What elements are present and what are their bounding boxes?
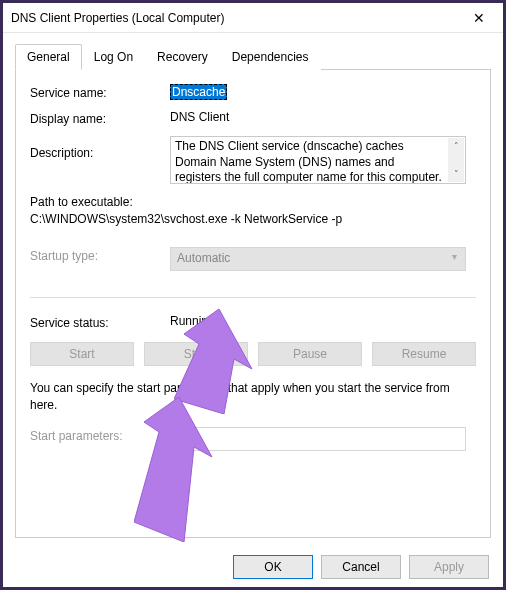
start-params-help: You can specify the start parameters tha…: [30, 380, 476, 414]
start-params-label: Start parameters:: [30, 427, 170, 443]
window-title: DNS Client Properties (Local Computer): [11, 11, 224, 25]
service-status-value: Running: [170, 314, 215, 328]
description-label: Description:: [30, 136, 170, 160]
service-name-label: Service name:: [30, 84, 170, 100]
display-name-label: Display name:: [30, 110, 170, 126]
titlebar: DNS Client Properties (Local Computer) ✕: [3, 3, 503, 33]
tab-panel-general: Service name: Dnscache Display name: DNS…: [15, 70, 491, 538]
start-button: Start: [30, 342, 134, 366]
description-text: The DNS Client service (dnscache) caches…: [175, 139, 461, 184]
path-value: C:\WINDOWS\system32\svchost.exe -k Netwo…: [30, 211, 476, 228]
tab-recovery[interactable]: Recovery: [145, 44, 220, 70]
tab-log-on[interactable]: Log On: [82, 44, 145, 70]
dialog-content: General Log On Recovery Dependencies Ser…: [3, 33, 503, 540]
ok-button[interactable]: OK: [233, 555, 313, 579]
startup-type-label: Startup type:: [30, 247, 170, 263]
service-name-value[interactable]: Dnscache: [170, 84, 227, 100]
stop-button: Stop: [144, 342, 248, 366]
start-params-input: [170, 427, 466, 451]
close-icon[interactable]: ✕: [463, 6, 495, 30]
description-scrollbar[interactable]: ˄ ˅: [448, 138, 464, 182]
startup-type-value: Automatic: [177, 251, 230, 265]
scroll-down-icon[interactable]: ˅: [448, 166, 464, 182]
apply-button: Apply: [409, 555, 489, 579]
description-textbox[interactable]: The DNS Client service (dnscache) caches…: [170, 136, 466, 184]
startup-type-dropdown: Automatic: [170, 247, 466, 271]
tab-dependencies[interactable]: Dependencies: [220, 44, 321, 70]
cancel-button[interactable]: Cancel: [321, 555, 401, 579]
separator: [30, 297, 476, 298]
pause-button: Pause: [258, 342, 362, 366]
path-label: Path to executable:: [30, 194, 476, 211]
display-name-value: DNS Client: [170, 110, 229, 124]
scroll-up-icon[interactable]: ˄: [448, 138, 464, 154]
resume-button: Resume: [372, 342, 476, 366]
dialog-button-row: OK Cancel Apply: [233, 555, 489, 579]
tab-general[interactable]: General: [15, 44, 82, 70]
service-status-label: Service status:: [30, 314, 170, 330]
tab-strip: General Log On Recovery Dependencies: [15, 43, 491, 70]
annotation-arrow-status: [134, 392, 234, 542]
